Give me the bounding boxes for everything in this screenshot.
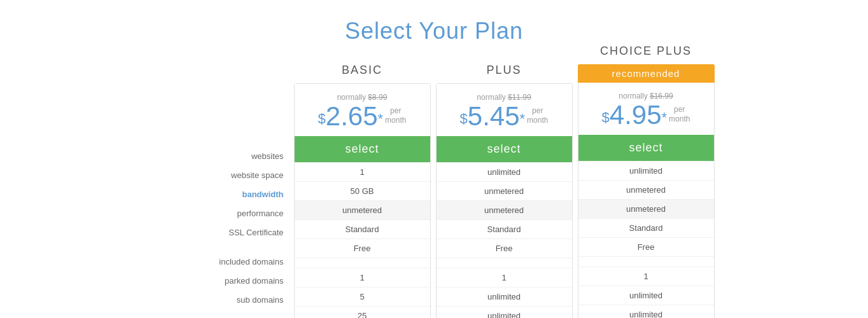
plan-basic-performance: Standard <box>295 219 430 238</box>
plan-plus-pricing: normally $11.99 $ 5.45 * permonth <box>437 84 572 136</box>
plan-choice-plus-name: CHOICE PLUS <box>578 45 715 64</box>
plan-basic-normally: normally $8.99 <box>301 93 424 102</box>
feature-spacer-2 <box>151 309 291 318</box>
plan-choice-plus-spacer1 <box>578 256 714 266</box>
plan-basic-price: 2.65 <box>326 103 378 130</box>
plan-basic: BASIC normally $8.99 $ 2.65 * permonth s… <box>294 64 431 318</box>
plan-choice-plus-normally: normally $16.99 <box>585 92 708 100</box>
plan-basic-name: BASIC <box>294 64 431 83</box>
plan-plus-performance: Standard <box>437 219 572 238</box>
plan-choice-plus-performance: Standard <box>578 218 714 237</box>
plan-choice-plus-websites: unlimited <box>578 161 714 180</box>
plan-plus-dollar: $ <box>460 111 468 127</box>
plan-choice-plus-included-domains: 1 <box>578 266 714 286</box>
feature-label-websites: websites <box>151 146 291 165</box>
plan-plus-price: 5.45 <box>468 103 520 130</box>
plan-plus-per-month: permonth <box>527 106 548 126</box>
plan-plus-price-row: $ 5.45 * permonth <box>443 103 566 130</box>
plan-basic-asterisk: * <box>378 111 384 127</box>
plan-plus-ssl: Free <box>437 238 572 258</box>
plan-basic-website-space: 50 GB <box>295 181 430 200</box>
plans-wrapper: websites website space bandwidth perform… <box>0 64 868 318</box>
recommended-badge: recommended <box>578 64 715 83</box>
plan-plus-bandwidth: unmetered <box>437 200 572 219</box>
plan-choice-plus-parked-domains: unlimited <box>578 286 714 305</box>
feature-label-website-space: website space <box>151 165 291 184</box>
plan-basic-dollar: $ <box>318 111 326 127</box>
plan-choice-plus-ssl: Free <box>578 237 714 256</box>
plan-plus-included-domains: 1 <box>437 268 572 287</box>
plan-plus-name: PLUS <box>436 64 573 83</box>
plan-plus-spacer1 <box>437 258 572 268</box>
plan-basic-bandwidth: unmetered <box>295 200 430 219</box>
plan-plus-features: unlimited unmetered unmetered Standard F… <box>437 162 572 318</box>
plan-choice-plus-per-month: permonth <box>669 105 690 125</box>
plan-basic-card: normally $8.99 $ 2.65 * permonth select … <box>294 83 431 318</box>
plan-choice-plus-features: unlimited unmetered unmetered Standard F… <box>578 161 714 318</box>
feature-spacer-1 <box>151 242 291 252</box>
feature-label-performance: performance <box>151 204 291 223</box>
plan-choice-plus-sub-domains: unlimited <box>578 305 714 318</box>
plan-choice-plus-website-space: unmetered <box>578 180 714 199</box>
plan-basic-per-month: permonth <box>385 106 406 126</box>
plan-plus-website-space: unmetered <box>437 181 572 200</box>
plan-plus-websites: unlimited <box>437 162 572 181</box>
features-column: websites website space bandwidth perform… <box>151 64 291 318</box>
feature-label-parked-domains: parked domains <box>151 271 291 290</box>
plan-plus-select-button[interactable]: select <box>437 136 572 162</box>
page-title: Select Your Plan <box>0 0 868 64</box>
plan-basic-pricing: normally $8.99 $ 2.65 * permonth <box>295 84 430 136</box>
plan-choice-plus-bandwidth: unmetered <box>578 199 714 218</box>
plan-basic-features: 1 50 GB unmetered Standard Free 1 5 25 5 <box>295 162 430 318</box>
plan-choice-plus-asterisk: * <box>662 109 668 126</box>
plan-plus: PLUS normally $11.99 $ 5.45 * permonth s… <box>436 64 573 318</box>
plan-choice-plus-price: 4.95 <box>610 102 662 128</box>
plan-basic-ssl: Free <box>295 238 430 258</box>
plan-plus-asterisk: * <box>520 111 526 127</box>
plan-choice-plus-pricing: normally $16.99 $ 4.95 * permonth <box>578 83 714 135</box>
plan-basic-spacer1 <box>295 258 430 268</box>
plan-choice-plus-price-row: $ 4.95 * permonth <box>585 102 708 128</box>
plan-plus-parked-domains: unlimited <box>437 287 572 306</box>
feature-label-included-domains: included domains <box>151 252 291 271</box>
plan-plus-card: normally $11.99 $ 5.45 * permonth select… <box>436 83 573 318</box>
feature-label-bandwidth: bandwidth <box>151 184 291 204</box>
plan-basic-select-button[interactable]: select <box>295 136 430 162</box>
plan-plus-sub-domains: unlimited <box>437 306 572 318</box>
plan-basic-parked-domains: 5 <box>295 287 430 306</box>
plan-choice-plus-dollar: $ <box>602 109 610 126</box>
feature-label-sub-domains: sub domains <box>151 290 291 309</box>
plan-choice-plus-select-button[interactable]: select <box>578 135 714 161</box>
plan-basic-websites: 1 <box>295 162 430 181</box>
plan-basic-price-row: $ 2.65 * permonth <box>301 103 424 130</box>
plan-choice-plus: CHOICE PLUS recommended normally $16.99 … <box>578 45 715 318</box>
feature-label-ssl: SSL Certificate <box>151 223 291 242</box>
plan-basic-sub-domains: 25 <box>295 306 430 318</box>
plan-choice-plus-card: normally $16.99 $ 4.95 * permonth select… <box>578 83 715 318</box>
plan-plus-normally: normally $11.99 <box>443 93 566 102</box>
plan-basic-included-domains: 1 <box>295 268 430 287</box>
